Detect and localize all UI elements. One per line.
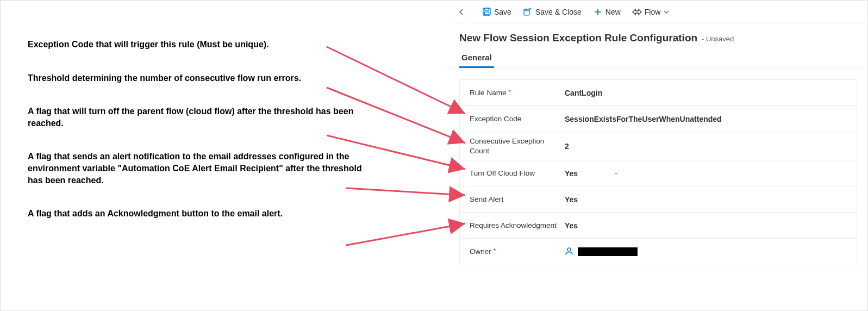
field-value[interactable]: Yes - (559, 169, 847, 178)
save-button[interactable]: Save (479, 5, 515, 18)
page-title: New Flow Session Exception Rule Configur… (459, 32, 697, 43)
record-form-pane: Save Save & Close New Flow New Flow Sess… (452, 1, 865, 273)
flow-icon (633, 8, 641, 16)
field-label: Consecutive Exception Count (470, 136, 559, 156)
save-close-label: Save & Close (535, 8, 582, 16)
chevron-down-icon (664, 8, 669, 16)
save-label: Save (494, 8, 511, 16)
new-label: New (605, 8, 621, 16)
field-requires-ack[interactable]: Requires Acknowledgment Yes (460, 213, 857, 239)
annotation-send-alert: A flag that sends an alert notification … (28, 151, 376, 186)
svg-rect-2 (484, 12, 489, 15)
field-owner[interactable]: Owner* (460, 239, 857, 265)
field-value[interactable]: Yes (559, 195, 847, 204)
field-label: Rule Name* (470, 88, 559, 98)
flow-menu-button[interactable]: Flow (629, 5, 673, 18)
field-value[interactable] (559, 247, 847, 257)
field-send-alert[interactable]: Send Alert Yes (460, 186, 857, 213)
save-close-button[interactable]: Save & Close (520, 5, 585, 18)
annotations-pane: Exception Code that will trigger this ru… (28, 39, 376, 241)
field-exception-code[interactable]: Exception Code SessionExistsForTheUserWh… (460, 106, 857, 132)
back-button[interactable] (456, 4, 471, 20)
annotation-turn-off: A flag that will turn off the parent flo… (28, 105, 376, 129)
command-bar: Save Save & Close New Flow (452, 1, 865, 23)
person-icon (565, 247, 573, 257)
field-label: Turn Off Cloud Flow (470, 169, 559, 178)
svg-rect-4 (525, 9, 528, 11)
annotation-ack: A flag that adds an Acknowledgment butto… (28, 208, 376, 220)
field-value[interactable]: SessionExistsForTheUserWhenUnattended (559, 115, 847, 123)
field-label: Send Alert (470, 195, 559, 204)
tab-bar: General (452, 48, 865, 69)
tab-general[interactable]: General (459, 48, 494, 68)
owner-redacted (578, 247, 638, 256)
page-status: - Unsaved (702, 35, 734, 43)
field-label: Owner* (470, 247, 559, 257)
save-close-icon (523, 8, 532, 16)
field-value[interactable]: Yes (559, 221, 847, 230)
field-rule-name[interactable]: Rule Name* CantLogin (460, 80, 857, 106)
reset-indicator: - (615, 169, 617, 178)
form-general: Rule Name* CantLogin Exception Code Sess… (459, 79, 857, 265)
field-value[interactable]: CantLogin (559, 89, 847, 97)
field-consecutive-count[interactable]: Consecutive Exception Count 2 (460, 132, 857, 160)
flow-label: Flow (645, 8, 661, 16)
field-label: Exception Code (470, 114, 559, 124)
annotation-threshold: Threshold determining the number of cons… (28, 72, 376, 84)
field-label: Requires Acknowledgment (470, 221, 559, 231)
svg-point-5 (567, 248, 571, 251)
field-turn-off-cloud-flow[interactable]: Turn Off Cloud Flow Yes - (460, 160, 857, 186)
new-button[interactable]: New (590, 5, 624, 18)
field-value[interactable]: 2 (559, 142, 847, 151)
annotation-exception-code: Exception Code that will trigger this ru… (28, 39, 376, 51)
svg-rect-1 (485, 8, 489, 10)
save-icon (482, 8, 491, 16)
record-header: New Flow Session Exception Rule Configur… (452, 23, 865, 48)
plus-icon (594, 8, 602, 16)
